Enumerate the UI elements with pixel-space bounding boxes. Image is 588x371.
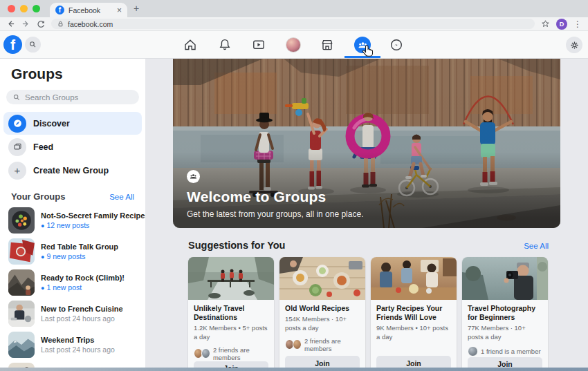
- home-icon[interactable]: [183, 38, 197, 52]
- facebook-logo[interactable]: f: [3, 35, 22, 54]
- window-minimize-button[interactable]: [20, 5, 28, 12]
- card-meta: 154K Members · 10+ posts a day: [285, 315, 360, 333]
- sidebar-item-label: Feed: [33, 142, 53, 152]
- suggestions-heading: Suggestions for You: [188, 240, 285, 251]
- card-body: Unlikely Travel Destinations 1.2K Member…: [188, 300, 274, 371]
- group-item-family-recipes[interactable]: Not-So-Secret Family Recipes ●12 new pos…: [0, 204, 145, 236]
- tab-close-icon[interactable]: ×: [117, 6, 122, 15]
- welcome-hero-banner: Welcome to Groups Get the latest from yo…: [173, 59, 560, 228]
- suggestions-header: Suggestions for You See All: [188, 240, 549, 251]
- tab-title: Facebook: [68, 6, 113, 15]
- header-search-button[interactable]: [25, 37, 41, 53]
- card-cover-photo: [462, 257, 548, 300]
- group-item-ready-to-rock[interactable]: Ready to Rock (Climb)! ●1 new post: [0, 267, 145, 298]
- window-zoom-button[interactable]: [33, 5, 40, 12]
- suggestions-section: Suggestions for You See All Unlikely Tra…: [188, 240, 549, 371]
- group-item-weekend-trips[interactable]: Weekend Trips ●Last post 24 hours ago: [0, 329, 145, 360]
- group-thumbnail: [8, 301, 35, 327]
- group-status: ●Last post 24 hours ago: [41, 314, 123, 323]
- groups-sidebar: Groups Discover Feed + Create New Group …: [0, 59, 145, 371]
- group-item-texts: Not-So-Secret Family Recipes ●12 new pos…: [41, 211, 145, 229]
- group-name: Not-So-Secret Family Recipes: [41, 211, 145, 220]
- friend-avatar: [468, 346, 478, 356]
- group-status: ●1 new post: [41, 283, 125, 292]
- browser-profile-avatar[interactable]: D: [556, 19, 567, 30]
- sidebar-item-create-new-group[interactable]: + Create New Group: [3, 159, 142, 182]
- group-thumbnail: [8, 238, 35, 265]
- profile-avatar[interactable]: [286, 37, 301, 53]
- your-groups-heading: Your Groups: [11, 191, 65, 202]
- hero-subtitle: Get the latest from your groups, all in …: [187, 209, 363, 219]
- marketplace-icon[interactable]: [320, 38, 334, 52]
- suggestion-card-party-recipes[interactable]: Party Recipes Your Friends Will Love 9K …: [371, 257, 457, 371]
- group-item-red-table-talk[interactable]: Red Table Talk Group ●9 new posts: [0, 236, 145, 267]
- friends-row: 1 friend is a member: [468, 346, 542, 357]
- group-name: Red Table Talk Group: [41, 242, 118, 251]
- browser-toolbar: facebook.com D ⋮: [0, 17, 588, 31]
- suggestions-see-all-link[interactable]: See All: [524, 242, 549, 250]
- hero-title: Welcome to Groups: [187, 189, 363, 205]
- search-groups-input[interactable]: [25, 93, 133, 102]
- screenshot-root: { "browser": { "tab_title": "Facebook", …: [0, 0, 588, 371]
- card-body: Party Recipes Your Friends Will Love 9K …: [371, 300, 457, 371]
- window-bottom-edge: [0, 368, 588, 371]
- suggestion-card-old-world-recipes[interactable]: Old World Recipes 154K Members · 10+ pos…: [279, 257, 365, 371]
- card-cover-photo: [371, 257, 457, 300]
- new-tab-button[interactable]: +: [134, 3, 139, 14]
- friends-row: 2 friends are members: [194, 346, 268, 361]
- group-name: Weekend Trips: [41, 336, 115, 344]
- sidebar-item-label: Discover: [33, 119, 70, 129]
- plus-icon: +: [8, 162, 26, 180]
- forward-icon[interactable]: [21, 19, 30, 28]
- card-title: Party Recipes Your Friends Will Love: [376, 304, 451, 322]
- bookmark-star-icon[interactable]: [541, 19, 550, 28]
- card-cover-photo: [279, 257, 365, 300]
- browser-tab-strip: f Facebook × +: [0, 0, 588, 17]
- browser-tab-facebook[interactable]: f Facebook ×: [50, 3, 127, 17]
- card-title: Travel Photography for Beginners: [468, 304, 542, 322]
- unread-dot: ●: [41, 254, 44, 260]
- sidebar-item-feed[interactable]: Feed: [3, 135, 142, 158]
- hero-content: Welcome to Groups Get the latest from yo…: [187, 170, 363, 219]
- card-meta: 9K Members • 10+ posts a day: [376, 324, 451, 342]
- friend-avatar: [293, 339, 302, 350]
- card-cover-photo: [188, 257, 274, 300]
- group-status: ●9 new posts: [41, 252, 118, 260]
- browser-menu-icon[interactable]: ⋮: [573, 19, 582, 29]
- messenger-icon[interactable]: [389, 38, 403, 52]
- card-meta: 77K Members · 10+ posts a day: [468, 324, 542, 342]
- group-name: New to French Cuisine: [41, 305, 123, 313]
- reload-icon[interactable]: [37, 20, 45, 28]
- watch-icon[interactable]: [252, 38, 266, 52]
- discover-compass-icon: [8, 115, 26, 133]
- group-item-texts: Weekend Trips ●Last post 24 hours ago: [41, 336, 115, 354]
- group-item-texts: Ready to Rock (Climb)! ●1 new post: [41, 274, 125, 292]
- mouse-cursor-hand: [360, 44, 375, 59]
- window-close-button[interactable]: [8, 5, 15, 12]
- friends-label: 2 friends are members: [304, 337, 360, 352]
- group-status: ●Last post 24 hours ago: [41, 345, 115, 354]
- back-icon[interactable]: [6, 19, 15, 28]
- group-item-french-cuisine[interactable]: New to French Cuisine ●Last post 24 hour…: [0, 298, 145, 329]
- group-name: Ready to Rock (Climb)!: [41, 274, 125, 282]
- group-item-texts: New to French Cuisine ●Last post 24 hour…: [41, 305, 123, 323]
- friends-label: 2 friends are members: [213, 346, 268, 361]
- your-groups-section-header: Your Groups See All: [11, 191, 134, 202]
- address-bar[interactable]: facebook.com: [51, 19, 535, 29]
- search-icon: [12, 93, 21, 102]
- friends-row: 2 friends are members: [285, 337, 360, 352]
- notifications-bell-icon[interactable]: [218, 38, 232, 52]
- suggestion-card-travel-photography[interactable]: Travel Photography for Beginners 77K Mem…: [462, 257, 548, 371]
- sidebar-title: Groups: [11, 66, 134, 82]
- settings-gear-icon[interactable]: [566, 37, 582, 53]
- card-title: Unlikely Travel Destinations: [194, 304, 268, 322]
- sidebar-item-label: Create New Group: [33, 166, 109, 175]
- unread-dot: ●: [41, 285, 44, 292]
- suggestion-card-unlikely-travel[interactable]: Unlikely Travel Destinations 1.2K Member…: [188, 257, 274, 371]
- search-icon: [28, 40, 37, 49]
- group-status: ●12 new posts: [41, 221, 145, 229]
- your-groups-see-all-link[interactable]: See All: [109, 193, 134, 201]
- search-groups-field[interactable]: [6, 90, 139, 104]
- sidebar-item-discover[interactable]: Discover: [3, 112, 142, 135]
- suggestion-cards-row: Unlikely Travel Destinations 1.2K Member…: [188, 257, 549, 371]
